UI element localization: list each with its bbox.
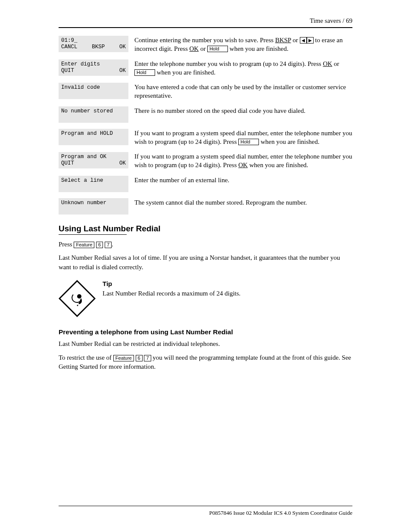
display-line: Select a line xyxy=(61,177,126,184)
display-description: Continue entering the number you wish to… xyxy=(134,36,352,53)
tip-text: Last Number Redial records a maximum of … xyxy=(103,289,352,299)
digit-key-6: 6 xyxy=(96,242,103,248)
ok-softkey: OK xyxy=(323,60,332,67)
svg-point-2 xyxy=(77,305,78,306)
display-row: Select a lineEnter the number of an exte… xyxy=(59,176,352,192)
display-row: Program and HOLDIf you want to program a… xyxy=(59,129,352,146)
feature-key: Feature xyxy=(74,242,94,248)
display-row: No number storedThere is no number store… xyxy=(59,106,352,123)
display-rows: 01:9_CANCLBKSPOKContinue entering the nu… xyxy=(59,36,352,215)
phone-display: 01:9_CANCLBKSPOK xyxy=(59,36,128,52)
phone-display: Select a line xyxy=(59,176,128,192)
phone-display: No number stored xyxy=(59,106,128,123)
svg-point-1 xyxy=(77,294,81,299)
hold-key: Hold xyxy=(207,46,228,52)
display-row: 01:9_CANCLBKSPOKContinue entering the nu… xyxy=(59,36,352,53)
sub-paragraph-2: To restrict the use of Feature 6 7 you w… xyxy=(59,353,352,372)
phone-display: Invalid code xyxy=(59,83,128,99)
digit-key-7b: 7 xyxy=(144,355,151,361)
display-line: Enter digits xyxy=(61,61,126,68)
tip-block: Tip Last Number Redial records a maximum… xyxy=(59,280,352,317)
display-line: Invalid code xyxy=(61,84,126,91)
hold-key: Hold xyxy=(238,139,259,145)
display-row: Unknown numberThe system cannot dial the… xyxy=(59,198,352,215)
display-row: Invalid codeYou have entered a code that… xyxy=(59,83,352,100)
display-line: QUITOK xyxy=(61,68,126,74)
volume-up-icon: ▶ xyxy=(307,37,314,44)
section-intro: Press Feature 6 7. xyxy=(59,240,352,249)
display-description: Enter the telephone number you wish to p… xyxy=(134,59,352,77)
display-line: Unknown number xyxy=(61,200,126,206)
section-paragraph: Last Number Redial saves a lot of time. … xyxy=(59,253,352,272)
tip-icon xyxy=(59,280,96,317)
display-line: Program and HOLD xyxy=(61,131,126,137)
volume-down-icon: ◀ xyxy=(300,37,307,44)
display-line: QUITOK xyxy=(61,160,126,167)
top-rule xyxy=(59,27,352,28)
hold-key: Hold xyxy=(134,69,155,76)
display-row: Enter digitsQUITOKEnter the telephone nu… xyxy=(59,59,352,77)
display-line: Program and OK xyxy=(61,154,126,160)
phone-display: Program and OKQUITOK xyxy=(59,152,128,168)
bottom-rule xyxy=(59,506,352,506)
display-line: 01:9_ xyxy=(61,37,126,44)
tip-title: Tip xyxy=(103,280,352,287)
display-line: CANCLBKSPOK xyxy=(61,44,126,50)
phone-display: Enter digitsQUITOK xyxy=(59,59,128,76)
display-line: No number stored xyxy=(61,108,126,115)
section-underline xyxy=(59,234,127,235)
display-description: Enter the number of an external line. xyxy=(134,176,352,184)
display-row: Program and OKQUITOKIf you want to progr… xyxy=(59,152,352,170)
feature-key-2: Feature xyxy=(113,355,134,361)
digit-key-6b: 6 xyxy=(136,355,143,361)
display-description: You have entered a code that can only be… xyxy=(134,83,352,100)
digit-key-7: 7 xyxy=(105,242,112,248)
bksp-softkey: BKSP xyxy=(275,37,291,44)
sub-paragraph-1: Last Number Redial can be restricted at … xyxy=(59,339,352,349)
section-title: Using Last Number Redial xyxy=(59,224,352,233)
phone-display: Program and HOLD xyxy=(59,129,128,145)
phone-display: Unknown number xyxy=(59,198,128,215)
display-description: There is no number stored on the speed d… xyxy=(134,106,352,115)
ok-softkey: OK xyxy=(189,45,199,52)
display-description: The system cannot dial the number stored… xyxy=(134,198,352,207)
breadcrumb: Time savers / 69 xyxy=(59,17,352,25)
display-description: If you want to program a system speed di… xyxy=(134,152,352,170)
page-footer: P0857846 Issue 02 Modular ICS 4.0 System… xyxy=(209,510,352,516)
svg-marker-0 xyxy=(59,281,95,316)
ok-softkey: OK xyxy=(238,162,248,168)
display-description: If you want to program a system speed di… xyxy=(134,129,352,146)
subsection-title: Preventing a telephone from using Last N… xyxy=(59,328,352,336)
